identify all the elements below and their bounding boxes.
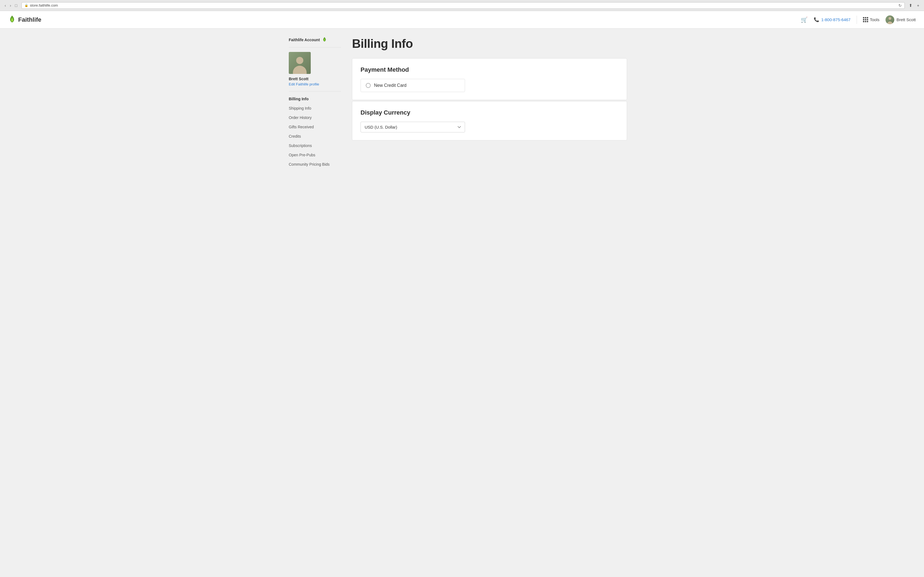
sidebar-item-billing-info[interactable]: Billing Info	[289, 94, 341, 103]
display-currency-title: Display Currency	[360, 109, 619, 116]
payment-method-card: Payment Method New Credit Card	[352, 58, 627, 100]
sidebar-item-shipping-info[interactable]: Shipping Info	[289, 103, 341, 113]
sidebar-item-gifts-received[interactable]: Gifts Received	[289, 122, 341, 132]
phone-icon: 📞	[814, 17, 819, 22]
url-text: store.faithlife.com	[30, 3, 58, 7]
sidebar-account-header: Faithlife Account	[289, 37, 341, 48]
logo-text: Faithlife	[18, 16, 41, 23]
sidebar-item-order-history[interactable]: Order History	[289, 113, 341, 122]
sidebar-account-label: Faithlife Account	[289, 38, 320, 42]
tools-menu[interactable]: Tools	[863, 17, 879, 22]
sidebar-item-open-pre-pubs[interactable]: Open Pre-Pubs	[289, 150, 341, 160]
browser-actions: ⬆ +	[908, 2, 921, 8]
new-credit-card-label: New Credit Card	[374, 83, 407, 88]
tools-label: Tools	[870, 17, 879, 22]
tools-grid-icon	[863, 17, 868, 22]
browser-chrome: ‹ › □ 🔒 store.faithlife.com ↻ ⬆ +	[0, 0, 924, 11]
address-bar[interactable]: 🔒 store.faithlife.com ↻	[21, 2, 905, 9]
edit-profile-link[interactable]: Edit Faithlife profile	[289, 82, 341, 86]
share-button[interactable]: ⬆	[908, 2, 914, 8]
window-view-button[interactable]: □	[13, 3, 18, 8]
radio-button-new-card[interactable]	[366, 83, 371, 88]
sidebar-item-community-pricing-bids[interactable]: Community Pricing Bids	[289, 160, 341, 169]
cart-icon[interactable]: 🛒	[801, 16, 808, 23]
phone-link[interactable]: 📞 1-800-875-6467	[814, 17, 851, 22]
new-credit-card-option[interactable]: New Credit Card	[360, 79, 465, 92]
page-layout: Faithlife Account Brett Scott Edit Faith…	[283, 29, 641, 577]
sidebar-nav: Billing Info Shipping Info Order History…	[289, 91, 341, 169]
sidebar-username: Brett Scott	[289, 77, 341, 81]
display-currency-card: Display Currency USD (U.S. Dollar) EUR (…	[352, 101, 627, 140]
add-tab-button[interactable]: +	[916, 2, 921, 8]
sidebar-item-credits[interactable]: Credits	[289, 132, 341, 141]
main-content: Billing Info Payment Method New Credit C…	[352, 37, 627, 569]
page-title: Billing Info	[352, 37, 627, 50]
sidebar-item-subscriptions[interactable]: Subscriptions	[289, 141, 341, 150]
forward-button[interactable]: ›	[8, 3, 13, 8]
site-header: Faithlife 🛒 📞 1-800-875-6467 Tools Brett…	[0, 11, 924, 29]
browser-nav-buttons: ‹ › □	[3, 3, 19, 8]
phone-number: 1-800-875-6467	[821, 17, 851, 22]
currency-select[interactable]: USD (U.S. Dollar) EUR (Euro) GBP (Britis…	[360, 122, 465, 132]
user-menu[interactable]: Brett Scott	[885, 15, 916, 24]
lock-icon: 🔒	[24, 3, 28, 7]
payment-method-title: Payment Method	[360, 66, 619, 73]
sidebar-avatar	[289, 52, 311, 74]
header-right: 🛒 📞 1-800-875-6467 Tools Brett Scott	[801, 15, 916, 24]
logo-link[interactable]: Faithlife	[8, 15, 41, 24]
user-name-header: Brett Scott	[897, 17, 916, 22]
logo-flame-icon	[8, 15, 16, 24]
sidebar: Faithlife Account Brett Scott Edit Faith…	[289, 37, 341, 569]
refresh-button[interactable]: ↻	[898, 3, 902, 8]
back-button[interactable]: ‹	[3, 3, 7, 8]
user-avatar	[885, 15, 894, 24]
sidebar-flame-icon	[322, 37, 327, 43]
